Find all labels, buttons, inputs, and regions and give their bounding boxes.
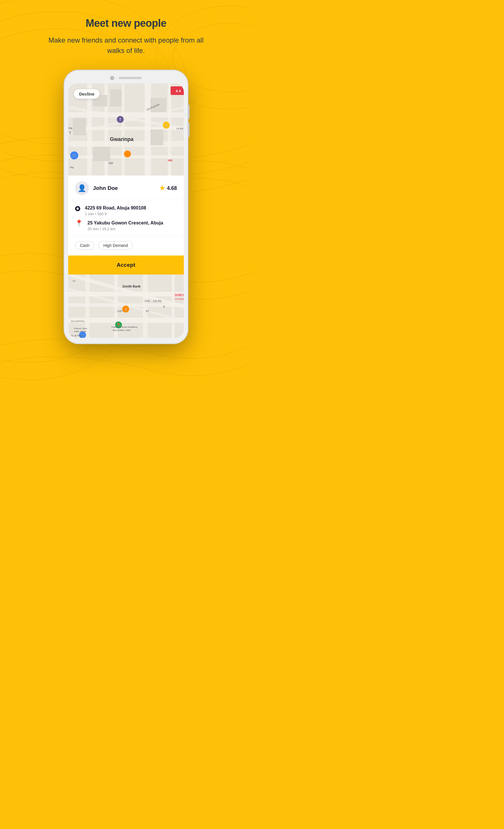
dropoff-text: 25 Yakubu Gowon Crescent, Abuja 20 min •… — [87, 220, 163, 231]
volume-button — [188, 105, 189, 119]
route-section: 4225 69 Road, Abuja 900108 1 min • 500 f… — [68, 200, 184, 237]
pickup-meta: 1 min • 500 ft — [85, 212, 146, 216]
svg-text:Cit: Cit — [72, 280, 76, 282]
svg-rect-22 — [110, 89, 122, 106]
pickup-address: 4225 69 Road, Abuja 900108 — [85, 205, 146, 211]
avatar: 👤 — [75, 181, 89, 195]
svg-rect-23 — [73, 118, 86, 135]
svg-text:Pla: Pla — [70, 166, 74, 169]
svg-text:13rd: 13rd — [144, 299, 150, 302]
dropoff-item: 📍 25 Yakubu Gowon Crescent, Abuja 20 min… — [75, 220, 177, 231]
svg-text:EN CAPITOL: EN CAPITOL — [71, 320, 85, 323]
pickup-text: 4225 69 Road, Abuja 900108 1 min • 500 f… — [85, 205, 146, 216]
decline-button[interactable]: Decline — [74, 89, 100, 99]
volume-button — [188, 122, 189, 137]
rating-value: 4.68 — [167, 185, 177, 191]
dropoff-meta: 20 min • 16.2 km — [87, 227, 163, 231]
map-top: † 🍴 Gwarinpa 1st Avenue & A 🛒 — [68, 83, 184, 176]
star-icon: ★ — [159, 184, 165, 192]
svg-text:SUNCOUR: SUNCOUR — [175, 293, 184, 297]
svg-text:131 Rd: 131 Rd — [153, 299, 161, 302]
svg-rect-25 — [150, 130, 164, 145]
rating: ★ 4.68 — [159, 184, 177, 192]
rider-info: 👤 John Doe ★ 4.68 — [68, 176, 184, 200]
svg-text:lsie: lsie — [109, 161, 113, 165]
phone-notch — [68, 76, 184, 80]
svg-text:E: E — [69, 131, 71, 134]
camera-icon — [110, 76, 114, 80]
rider-left: 👤 John Doe — [75, 181, 118, 195]
tag-cash: Cash — [75, 241, 94, 250]
svg-text:rinpa, Abuja: rinpa, Abuja — [74, 330, 86, 333]
svg-rect-50 — [143, 275, 148, 338]
svg-point-31 — [124, 150, 131, 157]
svg-text:14 Rd: 14 Rd — [176, 127, 183, 130]
accept-button[interactable]: Accept — [68, 255, 184, 275]
svg-text:& A: & A — [176, 89, 181, 93]
tags-section: Cash High Demand — [68, 237, 184, 255]
svg-text:Bua Estate, Kado: Bua Estate, Kado — [113, 329, 131, 331]
phone-mockup: † 🍴 Gwarinpa 1st Avenue & A 🛒 — [0, 65, 252, 344]
svg-text:Capital Science Academy: Capital Science Academy — [111, 326, 138, 328]
header: Meet new people Make new friends and con… — [0, 0, 252, 65]
svg-rect-16 — [122, 83, 124, 176]
svg-text:Zenith Bank: Zenith Bank — [122, 285, 141, 288]
pickup-item: 4225 69 Road, Abuja 900108 1 min • 500 f… — [75, 205, 177, 216]
svg-text:Gwarinpa: Gwarinpa — [110, 136, 134, 142]
svg-rect-49 — [114, 275, 118, 338]
person-icon: 👤 — [78, 184, 86, 192]
svg-text:Fitness Gym,: Fitness Gym, — [74, 327, 87, 330]
map-bottom: Zenith Bank 131 Rd 13rd 118 Rd B2 B SUNC… — [68, 275, 184, 338]
side-buttons — [188, 105, 189, 137]
page-title: Meet new people — [11, 17, 241, 29]
svg-rect-17 — [145, 83, 151, 176]
svg-rect-51 — [172, 275, 175, 338]
svg-text:🍴: 🍴 — [164, 123, 168, 128]
svg-text:M.I.B Plaza: M.I.B Plaza — [71, 334, 83, 337]
svg-text:🛒: 🛒 — [72, 153, 76, 158]
speaker — [119, 77, 142, 79]
svg-text:PA: PA — [68, 127, 73, 130]
svg-rect-18 — [168, 83, 171, 176]
phone-screen: † 🍴 Gwarinpa 1st Avenue & A 🛒 — [68, 83, 184, 338]
tag-high-demand: High Demand — [98, 241, 133, 250]
svg-text:uja: uja — [168, 158, 173, 162]
svg-text:At Home: At Home — [175, 297, 184, 300]
svg-text:†: † — [119, 117, 121, 122]
ride-card: 👤 John Doe ★ 4.68 — [68, 176, 184, 275]
dropoff-address: 25 Yakubu Gowon Crescent, Abuja — [87, 220, 163, 226]
phone-frame: † 🍴 Gwarinpa 1st Avenue & A 🛒 — [64, 70, 188, 344]
rider-name: John Doe — [93, 185, 118, 191]
svg-text:B2: B2 — [146, 310, 149, 313]
svg-rect-26 — [93, 147, 110, 161]
svg-text:B: B — [163, 305, 165, 308]
pin-icon: 📍 — [75, 220, 83, 227]
svg-text:🍴: 🍴 — [124, 307, 128, 311]
page-subtitle: Make new friends and connect with people… — [40, 35, 212, 56]
